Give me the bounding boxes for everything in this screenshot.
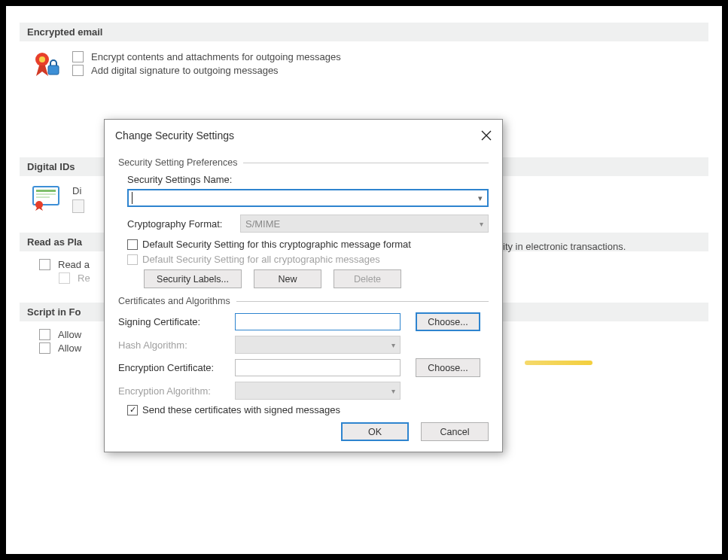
checkbox-send-certs[interactable]: ✓ bbox=[127, 405, 138, 415]
close-button[interactable] bbox=[477, 126, 496, 145]
label-default-all: Default Security Setting for all cryptog… bbox=[142, 254, 380, 265]
group-label-certs: Certificates and Algorithms bbox=[118, 296, 230, 306]
crypto-format-select: S/MIME ▾ bbox=[240, 215, 489, 233]
svg-rect-5 bbox=[36, 193, 56, 195]
hash-algo-select: ▾ bbox=[235, 336, 401, 354]
svg-rect-4 bbox=[36, 190, 56, 192]
label-encrypt-outgoing: Encrypt contents and attachments for out… bbox=[91, 51, 341, 62]
svg-point-1 bbox=[39, 56, 45, 62]
svg-rect-2 bbox=[48, 65, 59, 75]
chevron-down-icon: ▾ bbox=[391, 387, 395, 395]
section-header-encrypted: Encrypted email bbox=[20, 23, 708, 41]
checkbox-allow-2[interactable] bbox=[39, 342, 50, 354]
group-header-preferences: Security Setting Preferences bbox=[118, 157, 489, 168]
settings-window: Encrypted email Encrypt contents and att… bbox=[0, 0, 728, 560]
enc-algo-select: ▾ bbox=[235, 382, 401, 400]
dialog-titlebar: Change Security Settings bbox=[105, 120, 502, 151]
checkbox-read-all[interactable] bbox=[39, 259, 50, 270]
section-body-encrypted: Encrypt contents and attachments for out… bbox=[20, 49, 708, 87]
checkbox-read-sub bbox=[59, 272, 70, 284]
group-header-certs: Certificates and Algorithms bbox=[118, 296, 489, 306]
enc-cert-field[interactable] bbox=[235, 359, 401, 376]
close-icon bbox=[481, 130, 492, 141]
crypto-format-value: S/MIME bbox=[245, 218, 280, 230]
label-enc-cert: Encryption Certificate: bbox=[118, 362, 235, 373]
label-enc-algo: Encryption Algorithm: bbox=[118, 385, 235, 397]
svg-point-7 bbox=[35, 201, 43, 208]
chevron-down-icon: ▾ bbox=[391, 341, 395, 349]
new-button[interactable]: New bbox=[254, 269, 321, 288]
ribbon-lock-icon bbox=[27, 49, 72, 81]
chevron-down-icon: ▾ bbox=[478, 193, 483, 203]
digital-id-text-prefix: Di bbox=[72, 185, 81, 196]
certificate-icon bbox=[27, 184, 72, 211]
security-labels-button[interactable]: Security Labels... bbox=[144, 269, 242, 288]
svg-rect-6 bbox=[36, 196, 50, 198]
ok-button[interactable]: OK bbox=[341, 422, 409, 441]
checkbox-add-signature[interactable] bbox=[72, 65, 84, 76]
label-hash-algo: Hash Algorithm: bbox=[118, 339, 235, 351]
change-security-settings-dialog: Change Security Settings Security Settin… bbox=[104, 119, 503, 452]
label-add-signature: Add digital signature to outgoing messag… bbox=[91, 65, 279, 76]
label-read-all: Read a bbox=[58, 259, 90, 270]
cancel-button[interactable]: Cancel bbox=[421, 422, 489, 441]
label-signing-cert: Signing Certificate: bbox=[118, 316, 235, 327]
choose-signing-button[interactable]: Choose... bbox=[416, 312, 480, 331]
checkbox-encrypt-outgoing[interactable] bbox=[72, 51, 84, 62]
label-allow-2: Allow bbox=[58, 342, 81, 354]
label-allow-1: Allow bbox=[58, 329, 81, 340]
label-settings-name: Security Settings Name: bbox=[127, 174, 232, 185]
signing-cert-field[interactable] bbox=[235, 313, 401, 330]
checkbox-default-format[interactable] bbox=[127, 239, 138, 250]
group-label-preferences: Security Setting Preferences bbox=[118, 157, 237, 168]
chevron-down-icon: ▾ bbox=[480, 220, 483, 228]
settings-name-combo[interactable]: ▾ bbox=[127, 189, 489, 207]
highlight-annotation bbox=[525, 361, 592, 365]
truncated-button[interactable] bbox=[72, 199, 84, 213]
label-read-sub: Re bbox=[78, 272, 90, 284]
checkbox-allow-1[interactable] bbox=[39, 329, 50, 340]
delete-button: Delete bbox=[334, 269, 401, 288]
label-send-certs: Send these certificates with signed mess… bbox=[142, 404, 340, 415]
label-default-format: Default Security Setting for this crypto… bbox=[142, 239, 411, 250]
dialog-title: Change Security Settings bbox=[115, 129, 234, 142]
choose-enc-button[interactable]: Choose... bbox=[416, 358, 480, 377]
label-crypto-format: Cryptography Format: bbox=[127, 218, 240, 230]
checkbox-default-all bbox=[127, 254, 138, 265]
digital-id-text-suffix: ity in electronic transactions. bbox=[503, 241, 626, 252]
